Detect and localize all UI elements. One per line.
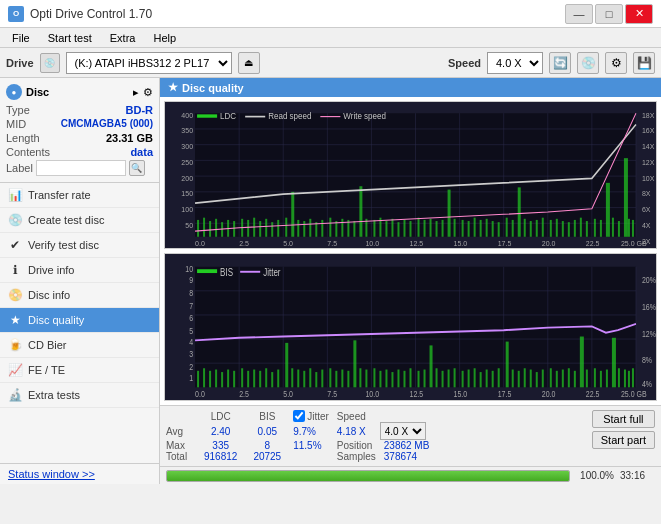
label-button[interactable]: 🔍 <box>129 160 145 176</box>
minimize-button[interactable]: — <box>565 4 593 24</box>
svg-rect-154 <box>285 343 288 387</box>
svg-rect-188 <box>498 368 500 387</box>
svg-rect-189 <box>506 342 509 388</box>
speed-mode-select[interactable]: 4.0 X <box>380 422 426 440</box>
jitter-max: 11.5% <box>289 440 333 451</box>
disc-panel-settings[interactable]: ⚙ <box>143 86 153 99</box>
svg-rect-61 <box>462 220 464 237</box>
nav-create-test-disc[interactable]: 💿 Create test disc <box>0 208 159 233</box>
svg-rect-186 <box>486 370 488 388</box>
stats-bar: LDC BIS Jitter Speed Avg 2.4 <box>160 405 661 466</box>
speed-select[interactable]: 4.0 X <box>487 52 543 74</box>
svg-rect-70 <box>518 187 521 236</box>
svg-text:15.0: 15.0 <box>454 238 468 247</box>
svg-rect-149 <box>253 370 255 388</box>
svg-rect-77 <box>562 221 564 237</box>
nav-verify-test-disc[interactable]: ✔ Verify test disc <box>0 233 159 258</box>
svg-rect-148 <box>247 371 249 388</box>
jitter-checkbox[interactable] <box>293 410 305 422</box>
bis-total: 20725 <box>245 451 289 462</box>
disc-button[interactable]: 💿 <box>577 52 599 74</box>
length-label: Length <box>6 132 40 144</box>
svg-text:18X: 18X <box>642 110 654 119</box>
svg-rect-187 <box>492 371 494 388</box>
svg-rect-75 <box>550 220 552 237</box>
svg-rect-166 <box>359 368 361 387</box>
menu-file[interactable]: File <box>4 30 38 46</box>
svg-rect-203 <box>594 368 596 387</box>
svg-rect-165 <box>353 340 356 387</box>
nav-transfer-rate-label: Transfer rate <box>28 189 91 201</box>
svg-rect-39 <box>321 220 323 237</box>
svg-text:16%: 16% <box>642 302 656 312</box>
save-button[interactable]: 💾 <box>633 52 655 74</box>
svg-rect-25 <box>233 221 235 237</box>
svg-rect-206 <box>612 338 616 388</box>
speed-label: Speed <box>448 57 481 69</box>
status-window-button[interactable]: Status window >> <box>0 463 159 484</box>
svg-rect-47 <box>373 220 375 237</box>
bis-chart: 10 9 8 7 6 5 4 3 2 1 20% 16% 12% 8% 4% <box>164 253 657 401</box>
svg-text:20.0: 20.0 <box>542 390 556 400</box>
ldc-chart: 400 350 300 250 200 150 100 50 18X 16X 1… <box>164 101 657 249</box>
menu-help[interactable]: Help <box>145 30 184 46</box>
svg-text:12.5: 12.5 <box>409 238 423 247</box>
svg-rect-161 <box>329 368 331 387</box>
drive-select[interactable]: (K:) ATAPI iHBS312 2 PL17 <box>66 52 232 74</box>
svg-rect-180 <box>448 370 450 388</box>
svg-rect-158 <box>309 368 311 387</box>
svg-rect-69 <box>512 220 514 237</box>
nav-cd-bier[interactable]: 🍺 CD Bier <box>0 333 159 358</box>
svg-rect-152 <box>271 372 273 387</box>
svg-text:4X: 4X <box>642 220 651 229</box>
start-full-button[interactable]: Start full <box>592 410 655 428</box>
ldc-max: 335 <box>196 440 245 451</box>
nav-disc-info[interactable]: 📀 Disc info <box>0 283 159 308</box>
refresh-button[interactable]: 🔄 <box>549 52 571 74</box>
svg-rect-195 <box>542 370 544 388</box>
label-input[interactable] <box>36 160 126 176</box>
nav-drive-info[interactable]: ℹ Drive info <box>0 258 159 283</box>
nav-disc-quality-label: Disc quality <box>28 314 84 326</box>
svg-rect-68 <box>506 218 508 237</box>
nav-transfer-rate[interactable]: 📊 Transfer rate <box>0 183 159 208</box>
type-label: Type <box>6 104 30 116</box>
mid-value: CMCMAGBA5 (000) <box>61 118 153 130</box>
nav-fe-te[interactable]: 📈 FE / TE <box>0 358 159 383</box>
nav-extra-tests[interactable]: 🔬 Extra tests <box>0 383 159 408</box>
eject-button[interactable]: ⏏ <box>238 52 260 74</box>
main-layout: ● Disc ▸ ⚙ Type BD-R MID CMCMAGBA5 (000)… <box>0 78 661 484</box>
create-test-disc-icon: 💿 <box>8 213 22 227</box>
svg-rect-200 <box>574 371 576 388</box>
svg-rect-52 <box>403 220 405 237</box>
menu-start-test[interactable]: Start test <box>40 30 100 46</box>
svg-rect-172 <box>397 370 399 388</box>
svg-text:4%: 4% <box>642 380 652 390</box>
progress-bar-fill <box>167 471 569 481</box>
disc-panel-title: Disc <box>26 86 49 98</box>
start-part-button[interactable]: Start part <box>592 431 655 449</box>
svg-rect-83 <box>600 220 602 237</box>
menu-extra[interactable]: Extra <box>102 30 144 46</box>
svg-rect-54 <box>418 218 420 237</box>
nav-disc-quality[interactable]: ★ Disc quality <box>0 308 159 333</box>
svg-rect-205 <box>606 370 608 388</box>
svg-rect-66 <box>492 221 494 237</box>
svg-text:150: 150 <box>181 189 193 198</box>
app-icon: O <box>8 6 24 22</box>
settings-button[interactable]: ⚙ <box>605 52 627 74</box>
window-title: Opti Drive Control 1.70 <box>30 7 152 21</box>
svg-rect-146 <box>233 371 235 388</box>
svg-rect-79 <box>574 220 576 237</box>
close-button[interactable]: ✕ <box>625 4 653 24</box>
svg-rect-202 <box>586 370 588 388</box>
svg-text:5.0: 5.0 <box>283 238 293 247</box>
svg-text:1: 1 <box>189 373 193 383</box>
svg-rect-168 <box>373 368 375 387</box>
svg-text:25.0 GB: 25.0 GB <box>621 238 647 247</box>
fe-te-icon: 📈 <box>8 363 22 377</box>
svg-text:250: 250 <box>181 158 193 167</box>
disc-panel-expand[interactable]: ▸ <box>133 86 139 99</box>
nav-extra-tests-label: Extra tests <box>28 389 80 401</box>
maximize-button[interactable]: □ <box>595 4 623 24</box>
